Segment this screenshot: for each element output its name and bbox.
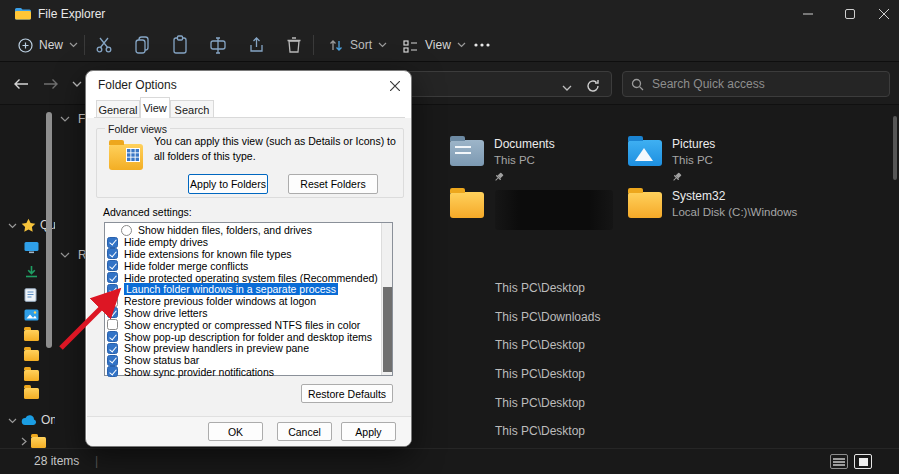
tab-search[interactable]: Search [170, 100, 214, 118]
sidebar-item-onedrive[interactable]: OneDrive [0, 410, 55, 430]
folder-tile-documents[interactable]: DocumentsThis PC [450, 136, 625, 184]
checkbox-checked[interactable] [107, 272, 118, 283]
folder-icon [24, 388, 39, 399]
setting-label: Hide extensions for known file types [124, 248, 292, 260]
new-button[interactable]: New [12, 31, 84, 59]
delete-button[interactable] [278, 31, 312, 59]
forward-arrow-icon [43, 78, 59, 90]
paste-icon [170, 34, 192, 56]
cancel-button[interactable]: Cancel [277, 422, 332, 441]
recent-file-path[interactable]: This PC\Desktop [495, 424, 585, 439]
share-button[interactable] [240, 31, 274, 59]
setting-row[interactable]: Show drive letters [107, 307, 207, 319]
paste-button[interactable] [164, 31, 198, 59]
setting-row[interactable]: Show pop-up description for folder and d… [107, 331, 372, 343]
checkbox-unchecked[interactable] [107, 319, 118, 330]
view-button[interactable]: View [396, 31, 472, 59]
content-scrollbar[interactable] [893, 116, 897, 180]
forward-button[interactable] [38, 71, 64, 97]
back-arrow-icon [13, 78, 29, 90]
checkbox-unchecked[interactable] [107, 296, 118, 307]
sort-button[interactable]: Sort [322, 31, 393, 59]
checkbox-checked[interactable] [107, 284, 118, 295]
setting-label: Hide protected operating system files (R… [124, 272, 378, 284]
tab-general[interactable]: General [96, 100, 140, 118]
ok-button[interactable]: OK [208, 422, 263, 441]
search-input[interactable]: Search Quick access [622, 71, 890, 97]
recent-file-path[interactable]: This PC\Downloads [495, 310, 600, 325]
folder-tile-system32[interactable]: System32Local Disk (C:)\Windows [628, 188, 803, 236]
view-layout-icon [402, 38, 419, 53]
checkbox-checked[interactable] [107, 343, 118, 354]
recent-file-path[interactable]: This PC\Desktop [495, 367, 585, 382]
restore-defaults-button[interactable]: Restore Defaults [301, 384, 393, 403]
chevron-down-icon[interactable] [8, 218, 17, 232]
cut-icon [94, 34, 116, 56]
sidebar-scrollbar[interactable] [46, 112, 52, 348]
minimize-button[interactable] [786, 0, 830, 28]
rename-button[interactable] [202, 31, 236, 59]
setting-row[interactable]: Show hidden files, folders, and drives [121, 225, 312, 237]
sidebar-item[interactable] [0, 345, 55, 365]
folder-tile-pictures[interactable]: PicturesThis PC [628, 136, 803, 184]
cut-button[interactable] [88, 31, 122, 59]
setting-row[interactable]: Hide protected operating system files (R… [107, 272, 378, 284]
checkbox-checked[interactable] [107, 307, 118, 318]
apply-to-folders-button[interactable]: Apply to Folders [188, 174, 268, 194]
details-view-icon [833, 458, 845, 460]
checkbox-checked[interactable] [107, 260, 118, 271]
setting-row[interactable]: Hide extensions for known file types [107, 248, 292, 260]
dialog-close-button[interactable] [382, 74, 408, 98]
back-button[interactable] [8, 71, 34, 97]
checkbox-checked[interactable] [107, 355, 118, 366]
setting-row[interactable]: Show status bar [107, 354, 199, 366]
tab-view[interactable]: View [140, 97, 170, 118]
refresh-icon [586, 79, 600, 93]
large-icons-view-toggle[interactable] [854, 454, 872, 469]
checkbox-checked[interactable] [107, 248, 118, 259]
search-icon [631, 78, 644, 91]
close-button[interactable] [862, 0, 899, 28]
redacted-label [495, 190, 613, 230]
window-title: File Explorer [38, 7, 105, 21]
tile-name: Documents [494, 136, 555, 152]
setting-row[interactable]: Show encrypted or compressed NTFS files … [107, 319, 360, 331]
chevron-down-icon[interactable] [8, 413, 17, 427]
share-icon [246, 34, 268, 56]
recent-file-path[interactable]: This PC\Desktop [495, 338, 585, 353]
setting-row[interactable]: Show sync provider notifications [107, 366, 274, 378]
tile-location: This PC [672, 152, 715, 168]
setting-row[interactable]: Hide empty drives [107, 236, 208, 248]
recent-file-path[interactable]: This PC\Desktop [495, 281, 585, 296]
reset-folders-button[interactable]: Reset Folders [288, 174, 378, 194]
ellipsis-icon [474, 43, 490, 47]
sidebar-item[interactable] [0, 365, 55, 385]
list-scrollbar-thumb[interactable] [383, 287, 392, 372]
radio-unchecked[interactable] [121, 225, 132, 236]
list-scrollbar[interactable] [381, 223, 392, 375]
checkbox-checked[interactable] [107, 237, 118, 248]
address-dropdown-button[interactable] [557, 78, 577, 98]
checkbox-checked[interactable] [107, 331, 118, 342]
setting-row[interactable]: Launch folder windows in a separate proc… [107, 284, 338, 296]
sidebar-item[interactable] [0, 432, 55, 448]
pictures-icon [24, 309, 39, 321]
copy-button[interactable] [126, 31, 160, 59]
folder-icon [31, 437, 46, 448]
desktop-icon [24, 241, 39, 254]
folder-icon [24, 370, 39, 381]
recent-file-path[interactable]: This PC\Desktop [495, 396, 585, 411]
refresh-button[interactable] [583, 76, 603, 96]
sidebar-item[interactable] [0, 383, 55, 403]
chevron-right-icon[interactable] [21, 435, 27, 448]
setting-row[interactable]: Restore previous folder windows at logon [107, 295, 316, 307]
close-icon [390, 81, 400, 91]
checkbox-checked[interactable] [107, 366, 118, 377]
apply-button[interactable]: Apply [341, 422, 396, 441]
minimize-icon [803, 9, 813, 19]
more-options-button[interactable] [468, 31, 496, 59]
advanced-settings-label: Advanced settings: [103, 206, 192, 218]
details-view-toggle[interactable] [830, 454, 848, 469]
setting-row[interactable]: Hide folder merge conflicts [107, 260, 248, 272]
setting-row[interactable]: Show preview handlers in preview pane [107, 343, 309, 355]
